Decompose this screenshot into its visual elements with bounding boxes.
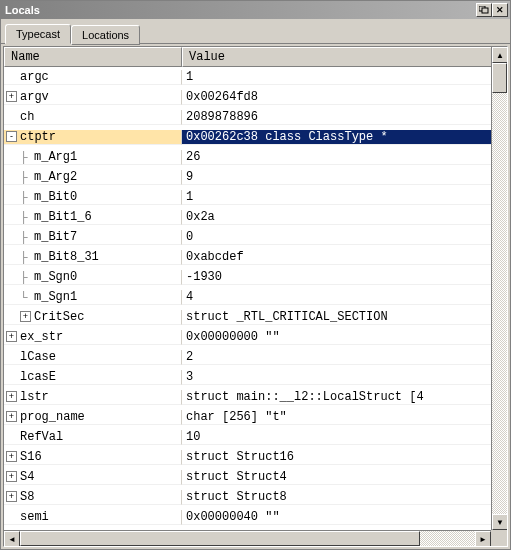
variable-name: ex_str: [20, 330, 63, 344]
tree-line-icon: ├: [20, 211, 34, 223]
variable-name: semi: [20, 510, 49, 524]
name-cell: +S16: [4, 450, 182, 465]
table-row[interactable]: └m_Sgn14: [4, 287, 507, 307]
collapse-icon[interactable]: -: [6, 131, 17, 142]
name-cell: -ctptr: [4, 130, 182, 145]
name-cell: └m_Sgn1: [4, 290, 182, 305]
table-row[interactable]: ├m_Bit8_310xabcdef: [4, 247, 507, 267]
svg-rect-1: [482, 8, 488, 13]
scroll-track[interactable]: [20, 531, 475, 546]
table-row[interactable]: +CritSecstruct _RTL_CRITICAL_SECTION: [4, 307, 507, 327]
variable-value: struct _RTL_CRITICAL_SECTION: [186, 310, 388, 324]
table-row[interactable]: +argv0x00264fd8: [4, 87, 507, 107]
variable-name: m_Arg1: [34, 150, 77, 164]
tree-line-icon: └: [20, 291, 34, 303]
tree-line-icon: ├: [20, 231, 34, 243]
value-cell: struct _RTL_CRITICAL_SECTION: [182, 310, 507, 325]
table-row[interactable]: lCase2: [4, 347, 507, 367]
name-cell: ├m_Arg2: [4, 170, 182, 185]
table-row[interactable]: -ctptr0x00262c38 class ClassType *: [4, 127, 507, 147]
name-cell: semi: [4, 510, 182, 525]
tab-label: Locations: [82, 29, 129, 41]
variable-name: m_Sgn0: [34, 270, 77, 284]
expand-icon[interactable]: +: [6, 451, 17, 462]
scroll-thumb[interactable]: [492, 63, 507, 93]
table-row[interactable]: ├m_Bit01: [4, 187, 507, 207]
variable-value: 9: [186, 170, 193, 184]
expand-icon[interactable]: +: [6, 491, 17, 502]
dock-icon: [479, 6, 489, 14]
table-row[interactable]: +lstrstruct main::__l2::LocalStruct [4: [4, 387, 507, 407]
table-row[interactable]: RefVal10: [4, 427, 507, 447]
expand-icon[interactable]: +: [6, 411, 17, 422]
variable-name: S16: [20, 450, 42, 464]
variable-name: S8: [20, 490, 34, 504]
variable-value: struct Struct4: [186, 470, 287, 484]
variable-value: 0x00000040 "": [186, 510, 280, 524]
variable-name: ctptr: [20, 130, 56, 144]
column-header-value[interactable]: Value: [182, 47, 507, 67]
scroll-up-button[interactable]: ▲: [492, 47, 508, 63]
name-cell: lcasE: [4, 370, 182, 385]
variable-name: m_Bit0: [34, 190, 77, 204]
variable-value: 1: [186, 190, 193, 204]
variable-value: 26: [186, 150, 200, 164]
tree-line-icon: ├: [20, 271, 34, 283]
tab-locations[interactable]: Locations: [71, 25, 140, 45]
variable-name: lstr: [20, 390, 49, 404]
value-cell: 4: [182, 290, 507, 305]
titlebar[interactable]: Locals ✕: [1, 1, 510, 19]
scroll-track[interactable]: [492, 63, 507, 514]
expand-icon[interactable]: +: [20, 311, 31, 322]
value-cell: -1930: [182, 270, 507, 285]
variable-value: 0x00264fd8: [186, 90, 258, 104]
table-row[interactable]: semi0x00000040 "": [4, 507, 507, 527]
name-cell: ├m_Bit8_31: [4, 250, 182, 265]
table-row[interactable]: argc1: [4, 67, 507, 87]
value-cell: 1: [182, 190, 507, 205]
scroll-right-button[interactable]: ►: [475, 531, 491, 547]
variable-value: 1: [186, 70, 193, 84]
scroll-left-button[interactable]: ◄: [4, 531, 20, 547]
variable-name: ch: [20, 110, 34, 124]
value-cell: 10: [182, 430, 507, 445]
tab-typecast[interactable]: Typecast: [5, 24, 71, 44]
value-cell: 9: [182, 170, 507, 185]
variable-name: argc: [20, 70, 49, 84]
table-row[interactable]: ├m_Arg126: [4, 147, 507, 167]
tree-line-icon: ├: [20, 191, 34, 203]
close-button[interactable]: ✕: [492, 3, 508, 17]
horizontal-scrollbar[interactable]: ◄ ►: [4, 530, 491, 546]
variable-value: 2089878896: [186, 110, 258, 124]
variable-value: struct Struct8: [186, 490, 287, 504]
name-cell: +prog_name: [4, 410, 182, 425]
expand-icon[interactable]: +: [6, 471, 17, 482]
table-row[interactable]: ├m_Bit1_60x2a: [4, 207, 507, 227]
vertical-scrollbar[interactable]: ▲ ▼: [491, 47, 507, 530]
triangle-left-icon: ◄: [8, 535, 16, 544]
table-row[interactable]: +prog_namechar [256] "t": [4, 407, 507, 427]
variable-name: S4: [20, 470, 34, 484]
dock-button[interactable]: [476, 3, 492, 17]
expand-icon[interactable]: +: [6, 391, 17, 402]
close-icon: ✕: [496, 5, 504, 15]
variable-value: 2: [186, 350, 193, 364]
table-row[interactable]: +S8struct Struct8: [4, 487, 507, 507]
table-row[interactable]: +S4struct Struct4: [4, 467, 507, 487]
expand-icon[interactable]: +: [6, 331, 17, 342]
scroll-thumb[interactable]: [20, 531, 420, 546]
table-row[interactable]: lcasE3: [4, 367, 507, 387]
table-row[interactable]: ├m_Arg29: [4, 167, 507, 187]
table-row[interactable]: +S16struct Struct16: [4, 447, 507, 467]
scroll-down-button[interactable]: ▼: [492, 514, 508, 530]
name-cell: +S4: [4, 470, 182, 485]
table-row[interactable]: ch2089878896: [4, 107, 507, 127]
expand-icon[interactable]: +: [6, 91, 17, 102]
column-header-name[interactable]: Name: [4, 47, 182, 67]
table-row[interactable]: +ex_str0x00000000 "": [4, 327, 507, 347]
variable-value: 0x00262c38 class ClassType *: [186, 130, 388, 144]
table-row[interactable]: ├m_Sgn0-1930: [4, 267, 507, 287]
value-cell: 1: [182, 70, 507, 85]
variable-name: m_Arg2: [34, 170, 77, 184]
table-row[interactable]: ├m_Bit70: [4, 227, 507, 247]
